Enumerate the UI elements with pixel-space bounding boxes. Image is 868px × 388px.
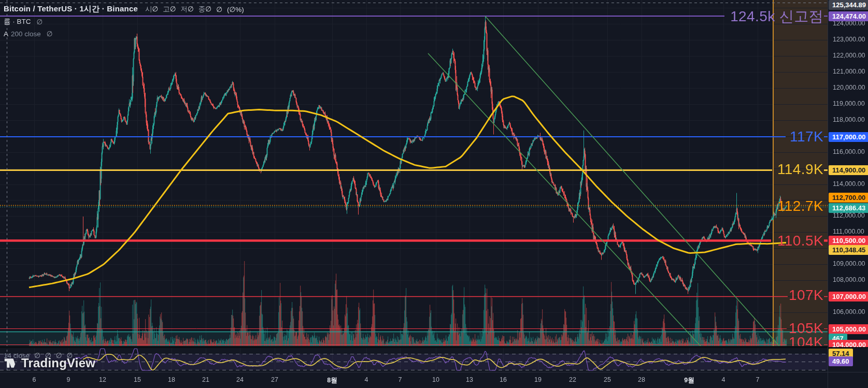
ma-legend-row[interactable]: A 200 close ∅: [4, 30, 53, 38]
ohlc-key: 시: [145, 5, 152, 13]
ohlc-key: 종: [198, 5, 206, 13]
ohlc-pair: 시∅: [145, 4, 158, 14]
tradingview-chart-window: 124.5k 신고점117K114.9K112.7K110.5K107K105K…: [0, 0, 868, 388]
symbol-title[interactable]: Bitcoin / TetherUS · 1시간 · Binance: [4, 4, 138, 14]
volume-legend-row[interactable]: 륨 · BTC ∅: [4, 17, 42, 26]
price-tick-label: 108,000.00: [833, 276, 865, 283]
price-tick-label: 118,000.00: [833, 116, 865, 123]
time-tick-label: 16: [500, 376, 507, 383]
ohlc-value: ∅: [205, 5, 211, 13]
price-axis-label: 107,000.00: [829, 292, 868, 301]
ohlc-pair: 고∅: [163, 4, 176, 14]
time-tick-label: 7: [756, 376, 760, 383]
price-axis[interactable]: 125,000.00124,000.00123,000.00122,000.00…: [0, 0, 868, 347]
time-tick-label: 9: [67, 376, 70, 383]
price-tick-label: 111,000.00: [833, 228, 864, 235]
time-tick-label: 25: [604, 376, 611, 383]
time-tick-label: 27: [271, 376, 278, 383]
price-axis-label: 114,900.00: [829, 165, 868, 175]
price-tick-label: 120,000.00: [833, 84, 865, 91]
time-tick-label: 9월: [684, 376, 694, 385]
time-axis[interactable]: 691215182124278월47101316192225289월47: [0, 372, 868, 388]
time-tick-label: 10: [432, 376, 439, 383]
tradingview-logo[interactable]: TradingView: [4, 356, 95, 370]
price-axis-label: 117,000.00: [829, 132, 868, 142]
time-tick-label: 21: [202, 376, 209, 383]
ohlc-value: ∅: [188, 5, 194, 13]
ohlc-key: 저: [181, 5, 188, 13]
time-tick-label: 28: [638, 376, 645, 383]
time-tick-label: 18: [168, 376, 175, 383]
change-abs: ∅: [216, 5, 222, 13]
ohlc-value: ∅: [152, 5, 159, 13]
time-tick-label: 4: [722, 376, 725, 383]
volume-indicator-name: 륨 · BTC: [4, 17, 31, 26]
time-tick-label: 13: [466, 376, 473, 383]
ohlc-pair: 종∅: [198, 4, 211, 14]
change-pct: (∅%): [227, 5, 244, 13]
price-axis-label: 105,000.00: [829, 324, 868, 334]
time-tick-label: 22: [569, 376, 576, 383]
price-tick-label: 122,000.00: [833, 52, 865, 59]
price-axis-label: 112,700.00: [829, 193, 868, 203]
price-tick-label: 123,000.00: [833, 36, 865, 43]
price-tick-label: 112,000.00: [833, 212, 865, 219]
price-axis-label: 124,474.00: [829, 11, 868, 21]
price-tick-label: 121,000.00: [833, 68, 865, 75]
ma-indicator-name: A: [4, 30, 8, 38]
time-tick-label: 24: [236, 376, 244, 383]
time-tick-label: 6: [33, 376, 36, 383]
price-tick-label: 114,000.00: [833, 180, 865, 188]
ohlc-value: ∅: [170, 5, 176, 13]
ohlc-pair: 저∅: [181, 4, 194, 14]
ma-indicator-value: ∅: [47, 30, 53, 38]
tradingview-logo-icon: [4, 357, 18, 369]
price-axis-label: 104,000.00: [829, 340, 868, 348]
symbol-legend-row[interactable]: Bitcoin / TetherUS · 1시간 · Binance 시∅고∅저…: [4, 4, 244, 14]
time-tick-label: 12: [99, 376, 106, 383]
ohlc-key: 고: [163, 5, 170, 13]
price-axis-label: 125,344.89: [829, 0, 868, 10]
time-tick-label: 19: [534, 376, 542, 383]
tradingview-logo-text: TradingView: [21, 356, 95, 370]
time-tick-label: 8월: [327, 376, 337, 385]
time-tick-label: 7: [399, 376, 402, 383]
price-tick-label: 109,000.00: [833, 260, 865, 267]
price-tick-label: 116,000.00: [833, 148, 865, 155]
price-tick-label: 119,000.00: [833, 100, 865, 107]
price-axis-label: 110,500.00: [829, 236, 868, 246]
time-tick-label: 15: [134, 376, 141, 383]
price-tick-label: 106,000.00: [833, 308, 865, 315]
ohlc-values: 시∅고∅저∅종∅: [145, 4, 216, 14]
volume-indicator-value: ∅: [37, 18, 43, 26]
price-axis-label: 110,348.45: [829, 245, 868, 255]
ma-indicator-params: 200 close: [11, 30, 41, 38]
time-tick-label: 4: [365, 376, 368, 383]
price-axis-label: 112,686.43: [829, 203, 868, 213]
